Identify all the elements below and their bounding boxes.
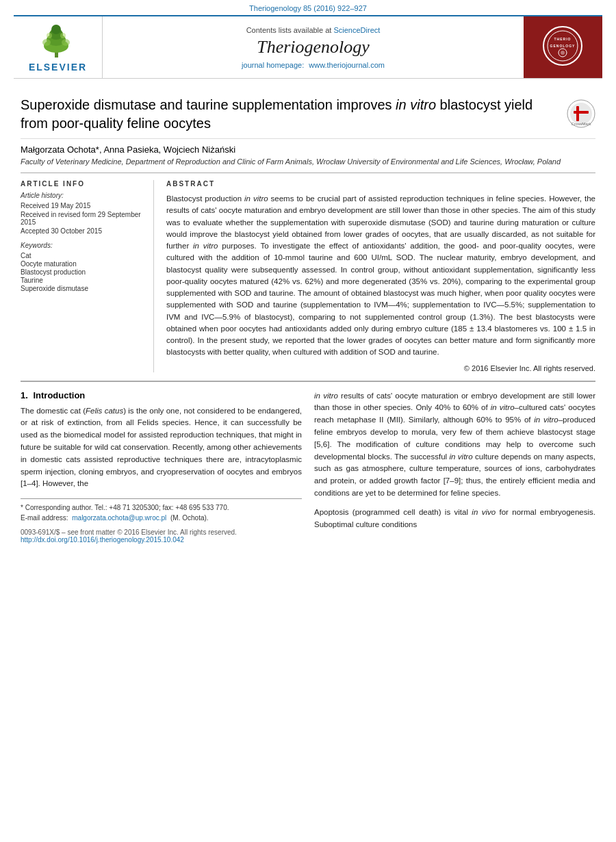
theriogenology-logo: THERIO GENOLOGY bbox=[537, 21, 589, 75]
abstract-heading: ABSTRACT bbox=[166, 180, 595, 188]
journal-header: ELSEVIER Contents lists available at Sci… bbox=[14, 15, 602, 79]
journal-name: Theriogenology bbox=[116, 37, 510, 58]
main-content: Superoxide dismutase and taurine supplem… bbox=[0, 79, 616, 550]
sciencedirect-line: Contents lists available at ScienceDirec… bbox=[116, 26, 510, 34]
abstract-text: Blastocyst production in vitro seems to … bbox=[166, 193, 595, 359]
keywords-section: Keywords: Cat Oocyte maturation Blastocy… bbox=[21, 242, 143, 292]
corresponding-author-note: * Corresponding author. Tel.: +48 71 320… bbox=[21, 502, 302, 513]
article-info-heading: ARTICLE INFO bbox=[21, 180, 143, 188]
revised-date: Received in revised form 29 September 20… bbox=[21, 211, 143, 226]
body-section: 1. Introduction The domestic cat (Felis … bbox=[21, 381, 595, 544]
elsevier-logo-area: ELSEVIER bbox=[14, 16, 103, 78]
svg-text:THERIO: THERIO bbox=[554, 37, 572, 41]
keyword-5: Superoxide dismutase bbox=[21, 285, 143, 292]
svg-point-8 bbox=[60, 33, 66, 38]
bottom-bar: 0093-691X/$ – see front matter © 2016 El… bbox=[21, 528, 302, 544]
article-info-column: ARTICLE INFO Article history: Received 1… bbox=[21, 180, 154, 372]
keywords-label: Keywords: bbox=[21, 242, 143, 249]
introduction-right-text-2: Apoptosis (programmed cell death) is vit… bbox=[314, 507, 595, 531]
copyright-line: © 2016 Elsevier Inc. All rights reserved… bbox=[166, 364, 595, 372]
body-left-column: 1. Introduction The domestic cat (Felis … bbox=[21, 390, 302, 544]
svg-point-4 bbox=[51, 25, 61, 34]
introduction-left-text: The domestic cat (Felis catus) is the on… bbox=[21, 405, 302, 491]
introduction-right-text: in vitro results of cats' oocyte maturat… bbox=[314, 390, 595, 500]
journal-homepage: journal homepage: www.theriojournal.com bbox=[116, 61, 510, 69]
journal-citation-text: Theriogenology 85 (2016) 922–927 bbox=[249, 4, 367, 12]
svg-point-14 bbox=[561, 51, 565, 55]
received-date: Received 19 May 2015 bbox=[21, 202, 143, 209]
article-title-section: Superoxide dismutase and taurine supplem… bbox=[21, 89, 595, 139]
journal-citation-bar: Theriogenology 85 (2016) 922–927 bbox=[0, 0, 616, 15]
svg-point-5 bbox=[42, 39, 51, 46]
elsevier-logo: ELSEVIER bbox=[29, 22, 87, 73]
abstract-column: ABSTRACT Blastocyst production in vitro … bbox=[166, 180, 595, 372]
accepted-date: Accepted 30 October 2015 bbox=[21, 227, 143, 235]
article-history-label: Article history: bbox=[21, 192, 143, 199]
affiliation: Faculty of Veterinary Medicine, Departme… bbox=[21, 157, 595, 166]
keyword-1: Cat bbox=[21, 252, 143, 259]
svg-rect-18 bbox=[574, 111, 589, 114]
doi-link[interactable]: http://dx.doi.org/10.1016/j.theriogenolo… bbox=[21, 536, 302, 544]
svg-point-7 bbox=[47, 33, 52, 38]
journal-title-area: Contents lists available at ScienceDirec… bbox=[103, 16, 524, 78]
keyword-2: Oocyte maturation bbox=[21, 260, 143, 268]
email-link[interactable]: malgorzata.ochota@up.wroc.pl bbox=[72, 514, 166, 522]
article-title: Superoxide dismutase and taurine supplem… bbox=[21, 96, 560, 133]
authors-line: Małgorzata Ochota*, Anna Pasieka, Wojcie… bbox=[21, 144, 595, 155]
keyword-3: Blastocyst production bbox=[21, 268, 143, 276]
crossmark-badge-icon: CrossMark bbox=[567, 99, 595, 128]
homepage-url[interactable]: www.theriojournal.com bbox=[309, 61, 385, 69]
svg-point-6 bbox=[62, 39, 70, 46]
body-right-column: in vitro results of cats' oocyte maturat… bbox=[314, 390, 595, 544]
issn-line: 0093-691X/$ – see front matter © 2016 El… bbox=[21, 528, 302, 536]
email-note: E-mail address: malgorzata.ochota@up.wro… bbox=[21, 513, 302, 523]
section-1-title: 1. Introduction bbox=[21, 390, 302, 400]
elsevier-tree-icon bbox=[34, 22, 82, 60]
article-info-abstract-section: ARTICLE INFO Article history: Received 1… bbox=[21, 173, 595, 372]
svg-text:GENOLOGY: GENOLOGY bbox=[550, 44, 576, 48]
elsevier-wordmark: ELSEVIER bbox=[29, 62, 87, 73]
svg-text:CrossMark: CrossMark bbox=[571, 122, 591, 126]
theriogenology-badge-icon: THERIO GENOLOGY bbox=[541, 24, 585, 68]
keyword-4: Taurine bbox=[21, 277, 143, 284]
footnotes-section: * Corresponding author. Tel.: +48 71 320… bbox=[21, 498, 302, 523]
theriogenology-logo-area: THERIO GENOLOGY bbox=[524, 16, 602, 78]
sciencedirect-link[interactable]: ScienceDirect bbox=[333, 26, 380, 34]
